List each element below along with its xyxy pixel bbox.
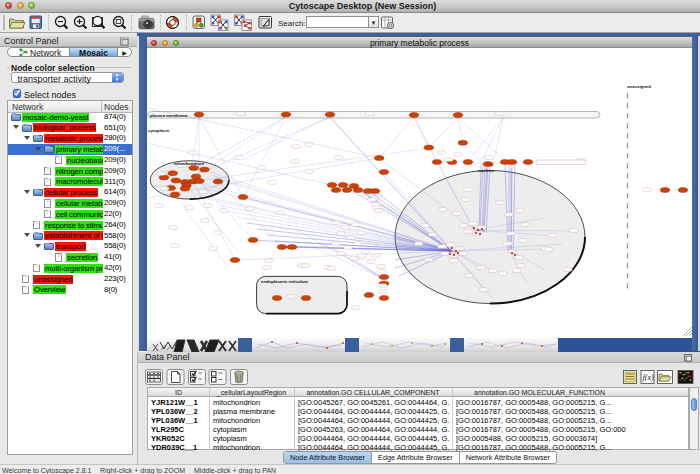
svg-text:endoplasmic reticulum: endoplasmic reticulum [261, 279, 308, 284]
svg-text:unassigned: unassigned [627, 84, 651, 89]
svg-text:cytoplasm: cytoplasm [148, 128, 169, 133]
svg-text:mitochondrion: mitochondrion [174, 161, 204, 166]
svg-text:f(x): f(x) [643, 373, 654, 382]
svg-text:plasma membrane: plasma membrane [150, 113, 188, 118]
svg-text:nucleus: nucleus [478, 168, 495, 173]
